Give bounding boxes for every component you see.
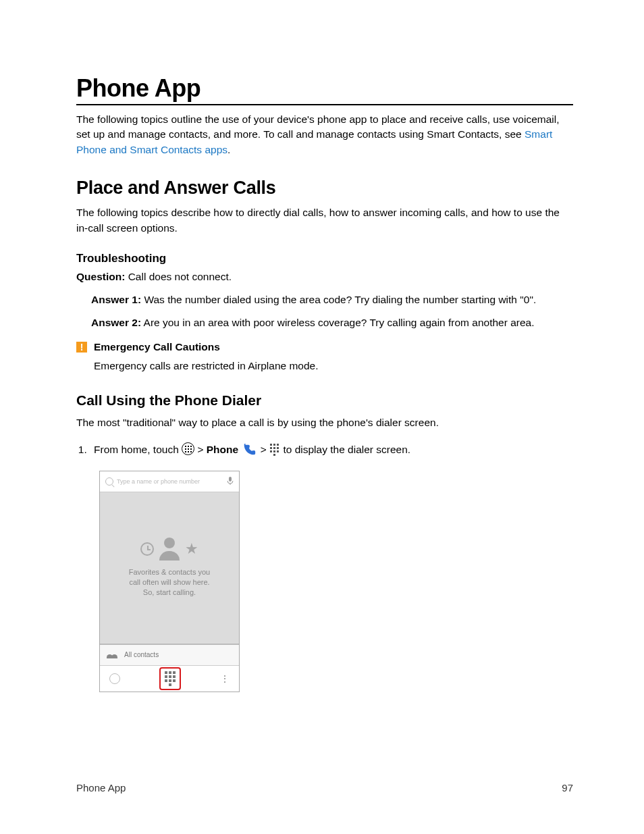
clock-icon <box>140 542 154 556</box>
mock-empty-state: ★ Favorites & contacts you call often wi… <box>100 492 239 644</box>
recent-icon <box>109 673 120 684</box>
dialpad-icon <box>269 444 280 454</box>
footer-page-number: 97 <box>562 782 573 793</box>
answer-2-label: Answer 2: <box>91 317 141 328</box>
caution-body: Emergency calls are restricted in Airpla… <box>94 360 573 372</box>
section-dialer-body: The most "traditional" way to place a ca… <box>76 415 573 430</box>
mock-msg-line3: So, start calling. <box>129 588 210 598</box>
intro-text-pre: The following topics outline the use of … <box>76 113 560 140</box>
mock-bottom-bar: ⋮ <box>100 665 239 692</box>
answer-1-line: Answer 1: Was the number dialed using th… <box>91 294 573 306</box>
mock-msg-line1: Favorites & contacts you <box>129 567 210 577</box>
caution-title: Emergency Call Cautions <box>94 341 220 353</box>
question-line: Question: Call does not connect. <box>76 271 573 283</box>
question-text: Call does not connect. <box>125 271 232 282</box>
star-icon: ★ <box>185 542 198 556</box>
mock-search-bar: Type a name or phone number <box>100 471 239 492</box>
step-1-gt2: > <box>261 444 269 455</box>
mock-search-placeholder: Type a name or phone number <box>117 478 200 485</box>
svg-rect-0 <box>229 477 232 481</box>
step-1-phone-label: Phone <box>207 444 238 455</box>
intro-paragraph: The following topics outline the use of … <box>76 112 573 157</box>
person-icon <box>158 538 181 561</box>
dialer-screenshot: Type a name or phone number ★ Favorites … <box>99 471 240 692</box>
section-place-answer-heading: Place and Answer Calls <box>76 178 573 199</box>
footer-title: Phone App <box>76 782 126 793</box>
answer-2-text: Are you in an area with poor wireless co… <box>141 317 534 328</box>
step-1-pre: From home, touch <box>94 444 182 455</box>
mock-all-contacts-row: All contacts <box>100 644 239 665</box>
step-1-post: to display the dialer screen. <box>283 444 410 455</box>
intro-text-post: . <box>227 144 230 155</box>
page-title: Phone App <box>76 74 573 105</box>
answer-1-text: Was the number dialed using the area cod… <box>141 294 536 305</box>
people-icon <box>107 652 117 658</box>
answer-2-line: Answer 2: Are you in an area with poor w… <box>91 317 573 329</box>
more-icon: ⋮ <box>220 674 230 683</box>
apps-icon <box>182 442 194 455</box>
section-place-answer-body: The following topics describe how to dir… <box>76 205 573 236</box>
troubleshooting-heading: Troubleshooting <box>76 252 573 265</box>
mock-msg-line2: call often will show here. <box>129 577 210 588</box>
mic-icon <box>227 476 234 487</box>
search-icon <box>105 477 113 486</box>
dialpad-icon <box>165 671 176 686</box>
dialpad-button-highlight <box>159 667 181 690</box>
step-1: From home, touch > Phone > to display th… <box>90 442 573 459</box>
caution-row: ! Emergency Call Cautions <box>76 341 573 353</box>
warning-icon: ! <box>76 342 87 353</box>
answer-1-label: Answer 1: <box>91 294 141 305</box>
section-dialer-heading: Call Using the Phone Dialer <box>76 392 573 409</box>
step-1-gt1: > <box>197 444 206 455</box>
phone-handset-icon <box>241 442 257 457</box>
question-label: Question: <box>76 271 125 282</box>
mock-all-contacts-label: All contacts <box>124 651 159 658</box>
